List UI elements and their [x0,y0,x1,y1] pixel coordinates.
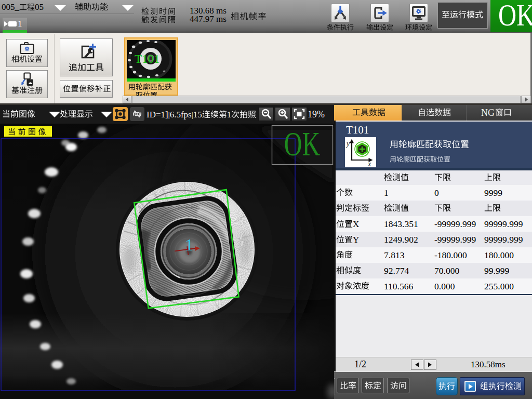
svg-text:OK: OK [498,2,532,31]
svg-text:x: x [367,160,371,167]
svg-text:y: y [345,140,350,148]
svg-text:T101: T101 [135,52,160,65]
svg-text:OK: OK [284,125,320,163]
svg-text:1: 1 [185,235,193,254]
